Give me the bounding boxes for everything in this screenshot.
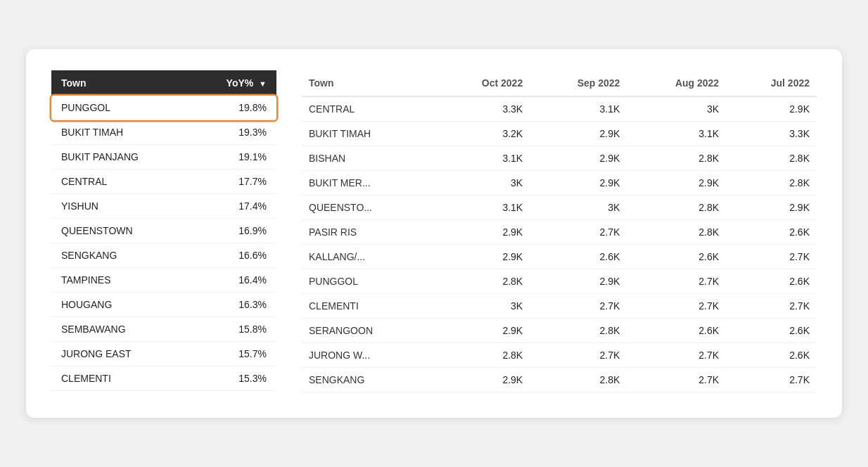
table-row[interactable]: SENGKANG16.6% — [51, 243, 276, 268]
right-town-cell: BUKIT MER... — [302, 171, 435, 196]
right-town-cell: BISHAN — [302, 146, 435, 171]
right-jul2022-cell: 2.6K — [726, 220, 817, 245]
right-aug2022-cell: 2.7K — [627, 294, 726, 319]
right-sep2022-cell: 2.9K — [530, 269, 627, 294]
right-sep2022-cell: 2.8K — [530, 319, 627, 343]
right-town-cell: CLEMENTI — [302, 294, 435, 319]
sort-arrow-icon: ▼ — [259, 79, 267, 88]
table-row[interactable]: QUEENSTOWN16.9% — [51, 219, 276, 243]
table-row[interactable]: SERANGOON2.9K2.8K2.6K2.6K — [302, 319, 817, 343]
left-yoy-cell: 16.6% — [191, 243, 276, 268]
right-table: Town Oct 2022 Sep 2022 Aug 2022 Jul 2022 — [302, 70, 817, 392]
right-town-cell: JURONG W... — [302, 343, 435, 368]
left-col-yoy[interactable]: YoY% ▼ — [191, 70, 276, 96]
right-aug2022-cell: 2.7K — [627, 269, 726, 294]
right-sep2022-cell: 2.6K — [530, 245, 627, 269]
right-aug2022-cell: 2.6K — [627, 245, 726, 269]
right-sep2022-cell: 3K — [530, 196, 627, 220]
left-yoy-label: YoY% — [226, 77, 254, 89]
right-col-aug2022: Aug 2022 — [627, 70, 726, 96]
table-row[interactable]: BISHAN3.1K2.9K2.8K2.8K — [302, 146, 817, 171]
table-row[interactable]: PUNGGOL2.8K2.9K2.7K2.6K — [302, 269, 817, 294]
right-sep2022-cell: 2.7K — [530, 343, 627, 368]
right-sep2022-cell: 2.9K — [530, 122, 627, 146]
left-town-cell: CLEMENTI — [51, 366, 191, 391]
table-row[interactable]: PUNGGOL19.8% — [51, 96, 276, 120]
right-town-cell: SENGKANG — [302, 368, 435, 392]
right-oct2022-cell: 2.9K — [435, 319, 530, 343]
right-town-cell: SERANGOON — [302, 319, 435, 343]
left-yoy-cell: 16.3% — [191, 293, 276, 317]
right-sep2022-cell: 3.1K — [530, 96, 627, 122]
right-oct2022-cell: 3K — [435, 171, 530, 196]
table-row[interactable]: BUKIT TIMAH19.3% — [51, 120, 276, 145]
table-row[interactable]: HOUGANG16.3% — [51, 293, 276, 317]
left-table: Town YoY% ▼ PUNGGOL19.8%BUKIT TIMAH19.3%… — [51, 70, 276, 391]
left-town-cell: CENTRAL — [51, 169, 191, 194]
right-town-label: Town — [309, 77, 334, 89]
right-sep2022-cell: 2.7K — [530, 294, 627, 319]
table-row[interactable]: BUKIT MER...3K2.9K2.9K2.8K — [302, 171, 817, 196]
right-table-header-row: Town Oct 2022 Sep 2022 Aug 2022 Jul 2022 — [302, 70, 817, 96]
left-yoy-cell: 16.4% — [191, 268, 276, 293]
right-aug-label: Aug 2022 — [675, 77, 719, 89]
left-yoy-cell: 16.9% — [191, 219, 276, 243]
right-jul2022-cell: 2.8K — [726, 146, 817, 171]
left-town-cell: YISHUN — [51, 194, 191, 219]
right-oct2022-cell: 3.3K — [435, 96, 530, 122]
right-aug2022-cell: 2.8K — [627, 196, 726, 220]
right-col-oct2022: Oct 2022 — [435, 70, 530, 96]
right-sep2022-cell: 2.7K — [530, 220, 627, 245]
left-yoy-cell: 15.3% — [191, 366, 276, 391]
right-jul2022-cell: 2.6K — [726, 319, 817, 343]
right-aug2022-cell: 2.8K — [627, 220, 726, 245]
left-town-cell: JURONG EAST — [51, 342, 191, 366]
table-row[interactable]: TAMPINES16.4% — [51, 268, 276, 293]
table-row[interactable]: BUKIT TIMAH3.2K2.9K3.1K3.3K — [302, 122, 817, 146]
left-town-cell: SEMBAWANG — [51, 317, 191, 342]
left-town-cell: TAMPINES — [51, 268, 191, 293]
left-yoy-cell: 19.8% — [191, 96, 276, 120]
right-oct2022-cell: 2.9K — [435, 368, 530, 392]
right-town-cell: QUEENSTO... — [302, 196, 435, 220]
right-sep-label: Sep 2022 — [577, 77, 620, 89]
right-town-cell: BUKIT TIMAH — [302, 122, 435, 146]
right-sep2022-cell: 2.8K — [530, 368, 627, 392]
right-oct2022-cell: 3.2K — [435, 122, 530, 146]
left-town-cell: SENGKANG — [51, 243, 191, 268]
table-row[interactable]: JURONG EAST15.7% — [51, 342, 276, 366]
left-col-town: Town — [51, 70, 191, 96]
right-town-cell: CENTRAL — [302, 96, 435, 122]
table-row[interactable]: SEMBAWANG15.8% — [51, 317, 276, 342]
left-yoy-cell: 17.7% — [191, 169, 276, 194]
table-row[interactable]: QUEENSTO...3.1K3K2.8K2.9K — [302, 196, 817, 220]
table-row[interactable]: CLEMENTI15.3% — [51, 366, 276, 391]
right-jul2022-cell: 2.7K — [726, 294, 817, 319]
table-row[interactable]: CENTRAL17.7% — [51, 169, 276, 194]
right-jul2022-cell: 2.9K — [726, 196, 817, 220]
right-aug2022-cell: 2.6K — [627, 319, 726, 343]
left-table-header-row: Town YoY% ▼ — [51, 70, 276, 96]
table-row[interactable]: JURONG W...2.8K2.7K2.7K2.6K — [302, 343, 817, 368]
right-col-sep2022: Sep 2022 — [530, 70, 627, 96]
left-town-cell: QUEENSTOWN — [51, 219, 191, 243]
table-row[interactable]: CENTRAL3.3K3.1K3K2.9K — [302, 96, 817, 122]
right-jul2022-cell: 3.3K — [726, 122, 817, 146]
table-row[interactable]: PASIR RIS2.9K2.7K2.8K2.6K — [302, 220, 817, 245]
right-sep2022-cell: 2.9K — [530, 146, 627, 171]
left-yoy-cell: 17.4% — [191, 194, 276, 219]
right-jul2022-cell: 2.8K — [726, 171, 817, 196]
left-yoy-cell: 15.7% — [191, 342, 276, 366]
right-sep2022-cell: 2.9K — [530, 171, 627, 196]
table-row[interactable]: SENGKANG2.9K2.8K2.7K2.7K — [302, 368, 817, 392]
left-town-cell: HOUGANG — [51, 293, 191, 317]
left-yoy-cell: 19.1% — [191, 145, 276, 169]
table-row[interactable]: BUKIT PANJANG19.1% — [51, 145, 276, 169]
left-town-cell: PUNGGOL — [51, 96, 191, 120]
right-oct2022-cell: 2.8K — [435, 269, 530, 294]
right-aug2022-cell: 3.1K — [627, 122, 726, 146]
table-row[interactable]: CLEMENTI3K2.7K2.7K2.7K — [302, 294, 817, 319]
table-row[interactable]: KALLANG/...2.9K2.6K2.6K2.7K — [302, 245, 817, 269]
table-row[interactable]: YISHUN17.4% — [51, 194, 276, 219]
right-jul-label: Jul 2022 — [771, 77, 810, 89]
